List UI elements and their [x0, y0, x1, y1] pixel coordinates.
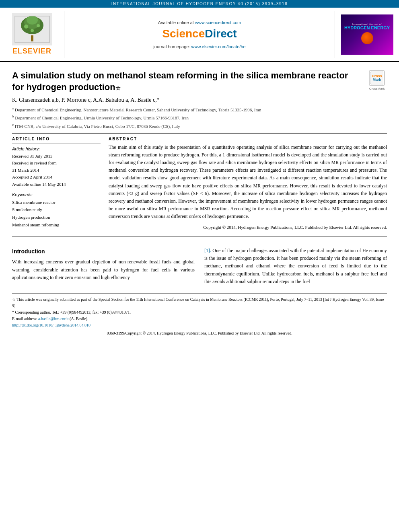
revised-label: Received in revised form [12, 160, 101, 167]
intro-heading: Introduction [12, 247, 195, 256]
keyword-1: Silica membrane reactor [12, 199, 101, 206]
title-footnote-symbol: ☆ [115, 85, 121, 91]
elsevier-logo-area: ELSEVIER [0, 11, 64, 58]
right-journal-cover-area: International Journal of HYDROGEN ENERGY [335, 11, 399, 58]
science-part: Science [162, 27, 205, 40]
sciencedirect-logo: ScienceDirect [162, 27, 237, 40]
journal-homepage-link[interactable]: www.elsevier.com/locate/he [191, 44, 246, 49]
journal-cover-thumbnail: International Journal of HYDROGEN ENERGY [341, 14, 393, 55]
journal-header-bar: INTERNATIONAL JOURNAL OF HYDROGEN ENERGY… [0, 0, 399, 8]
intro-right-col: [1]. One of the major challenges associa… [204, 247, 387, 286]
intro-left-col: Introduction With increasing concerns ov… [12, 247, 195, 286]
accepted-date: Accepted 2 April 2014 [12, 174, 101, 181]
affiliations-block: a Department of Chemical Engineering, Na… [12, 106, 387, 129]
email-label: E-mail address: [12, 316, 37, 321]
elsevier-tree-image [12, 13, 52, 45]
crossmark-icon[interactable]: Cross Mark [369, 70, 385, 86]
abstract-label: ABSTRACT [109, 137, 387, 141]
email-footnote: E-mail address: a.basile@itm.cnr.it (A. … [12, 316, 387, 322]
body-section: Introduction With increasing concerns ov… [0, 240, 399, 290]
received-date: Received 31 July 2013 [12, 153, 101, 160]
available-online-text: Available online at www.sciencedirect.co… [158, 20, 241, 25]
abstract-text: The main aim of this study is the presen… [109, 144, 387, 221]
available-date: Available online 14 May 2014 [12, 181, 101, 188]
separator-after-abstract [12, 236, 387, 236]
email-link[interactable]: a.basile@itm.cnr.it [38, 316, 69, 321]
intro-right-text: [1]. One of the major challenges associa… [204, 247, 387, 286]
journal-bar-text: INTERNATIONAL JOURNAL OF HYDROGEN ENERGY… [111, 2, 288, 6]
keyword-2: Simulation study [12, 206, 101, 214]
intro-right-ref: [1]. [204, 248, 211, 253]
svg-point-6 [31, 29, 34, 32]
sciencedirect-url-link[interactable]: www.sciencedirect.com [195, 20, 241, 25]
keyword-4: Methanol steam reforming [12, 221, 101, 229]
svg-point-3 [27, 16, 38, 25]
intro-left-text: With increasing concerns over gradual de… [12, 258, 195, 281]
corresponding-footnote: * Corresponding author. Tel.: +39 (0)984… [12, 309, 387, 316]
footnote-area: ☆ This article was originally submitted … [12, 294, 387, 329]
crossmark-area[interactable]: Cross Mark CrossMark [367, 70, 387, 90]
keywords-label: Keywords: [12, 192, 101, 197]
elsevier-logo-text: ELSEVIER [12, 47, 51, 55]
affiliation-b: b Department of Chemical Engineering, Ur… [12, 114, 387, 121]
article-title: A simulation study on methanol steam ref… [12, 70, 359, 93]
footer-copyright-text: 0360-3199/Copyright © 2014, Hydrogen Ene… [107, 331, 292, 335]
doi-footnote: http://dx.doi.org/10.1016/j.ijhydene.201… [12, 322, 387, 329]
affiliation-c: c ITM-CNR, c/o University of Calabria, V… [12, 122, 387, 129]
introduction-two-col: Introduction With increasing concerns ov… [12, 247, 387, 286]
direct-part: Direct [205, 27, 237, 40]
keyword-3: Hydrogen production [12, 214, 101, 221]
thick-separator [12, 133, 387, 134]
crossmark-label: CrossMark [369, 87, 385, 90]
abstract-copyright: Copyright © 2014, Hydrogen Energy Public… [109, 224, 387, 231]
article-info-block: Article history: Received 31 July 2013 R… [12, 144, 101, 229]
history-label: Article history: [12, 146, 101, 151]
svg-text:Mark: Mark [372, 78, 381, 82]
top-banner: ELSEVIER Available online at www.science… [0, 8, 399, 62]
doi-link[interactable]: http://dx.doi.org/10.1016/j.ijhydene.201… [12, 323, 90, 327]
journal-homepage-line: journal homepage: www.elsevier.com/locat… [153, 44, 245, 49]
svg-point-4 [24, 25, 28, 29]
article-main: A simulation study on methanol steam ref… [0, 62, 399, 236]
intro-right-body: One of the major challenges associated w… [204, 248, 387, 284]
info-abstract-section: ARTICLE INFO Article history: Received 3… [12, 137, 387, 230]
center-banner: Available online at www.sciencedirect.co… [64, 11, 335, 58]
email-suffix: (A. Basile). [70, 316, 88, 321]
svg-rect-0 [31, 35, 33, 41]
revised-date: 31 March 2014 [12, 167, 101, 174]
star-footnote: ☆ This article was originally submitted … [12, 296, 387, 309]
copyright-footer: 0360-3199/Copyright © 2014, Hydrogen Ene… [12, 331, 387, 335]
authors-line: K. Ghasemzadeh a,b, P. Morrone c, A.A. B… [12, 97, 387, 103]
svg-point-5 [37, 24, 40, 27]
abstract-column: ABSTRACT The main aim of this study is t… [109, 137, 387, 230]
affiliation-a: a Department of Chemical Engineering, Na… [12, 106, 387, 113]
cover-journal-name: HYDROGEN ENERGY [344, 25, 390, 31]
article-info-label: ARTICLE INFO [12, 137, 101, 141]
cover-globe-image [361, 32, 373, 44]
article-info-column: ARTICLE INFO Article history: Received 3… [12, 137, 101, 230]
article-title-area: A simulation study on methanol steam ref… [12, 70, 387, 93]
